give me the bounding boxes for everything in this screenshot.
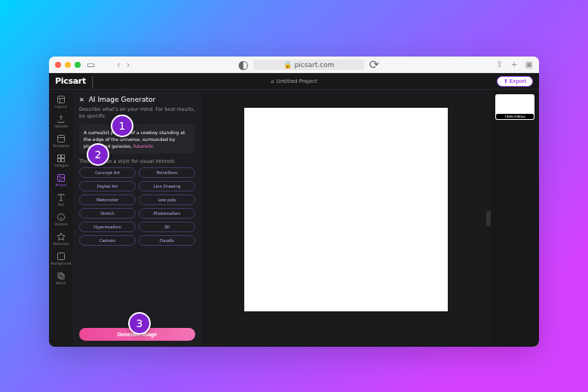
lock-icon: 🔒 <box>283 61 292 69</box>
sidebar-toggle-icon[interactable]: ▭ <box>87 60 95 70</box>
export-button[interactable]: ⬆ Export <box>497 76 533 87</box>
browser-window: ▭ ‹ › ◐ 🔒 picsart.com ⟳ ⇧ + ▣ Picsart | <box>49 57 539 347</box>
svg-rect-5 <box>62 159 65 162</box>
nav-elements[interactable]: Elements <box>51 230 72 248</box>
nav-uploads[interactable]: Uploads <box>51 112 72 130</box>
nav-collages[interactable]: Collages <box>51 152 72 170</box>
nav-batch[interactable]: Batch <box>51 269 72 287</box>
style-doodle[interactable]: Doodle <box>139 235 195 246</box>
annotation-3: 3 <box>128 312 151 335</box>
svg-rect-0 <box>58 96 65 103</box>
annotation-1: 1 <box>111 115 133 137</box>
panel-title: AI Image Generator <box>89 96 155 103</box>
artboard-thumbnail[interactable] <box>495 94 534 120</box>
left-nav-rail: Layout Uploads Templates Collages Photos… <box>49 90 73 347</box>
preview-rail <box>491 90 539 347</box>
canvas[interactable] <box>244 108 448 311</box>
project-title[interactable]: ⌂ Untitled Project <box>271 78 317 84</box>
close-window-button[interactable] <box>55 62 61 68</box>
refresh-icon[interactable]: ⟳ <box>369 60 379 70</box>
style-digital-art[interactable]: Digital Art <box>79 181 136 191</box>
svg-rect-12 <box>60 274 64 279</box>
style-3d[interactable]: 3D <box>139 222 195 232</box>
svg-rect-3 <box>62 155 65 158</box>
home-icon: ⌂ <box>271 78 274 84</box>
style-pointillism[interactable]: Pointillism <box>139 167 195 178</box>
nav-layout[interactable]: Layout <box>51 93 72 111</box>
svg-rect-2 <box>58 155 61 158</box>
nav-forward-icon[interactable]: › <box>127 60 130 70</box>
url-text: picsart.com <box>295 61 335 69</box>
style-photorealism[interactable]: Photorealism <box>139 208 195 219</box>
style-sketch[interactable]: Sketch <box>79 208 136 219</box>
url-bar[interactable]: 🔒 picsart.com <box>253 60 365 70</box>
minimize-window-button[interactable] <box>65 62 71 68</box>
browser-titlebar: ▭ ‹ › ◐ 🔒 picsart.com ⟳ ⇧ + ▣ <box>49 57 539 73</box>
shield-icon[interactable]: ◐ <box>238 60 249 70</box>
nav-templates[interactable]: Templates <box>51 132 72 150</box>
nav-text[interactable]: Text <box>51 191 72 209</box>
panel-subtitle: Describe what's on your mind. For best r… <box>79 106 195 120</box>
tabs-icon[interactable]: ▣ <box>525 60 533 69</box>
svg-point-7 <box>60 176 61 178</box>
styles-grid: Concept Art Pointillism Digital Art Line… <box>79 167 195 246</box>
right-expand-handle[interactable] <box>486 211 491 226</box>
nav-back-icon[interactable]: ‹ <box>117 60 121 70</box>
svg-rect-1 <box>58 136 65 142</box>
svg-rect-4 <box>58 159 61 162</box>
svg-marker-9 <box>57 233 65 240</box>
maximize-window-button[interactable] <box>75 62 81 68</box>
export-icon: ⬆ <box>504 78 508 84</box>
canvas-area <box>201 90 491 347</box>
style-line-drawing[interactable]: Line Drawing <box>139 181 195 191</box>
svg-rect-11 <box>58 273 63 277</box>
svg-rect-10 <box>58 253 65 260</box>
svg-point-8 <box>58 214 65 221</box>
annotation-2: 2 <box>87 143 109 166</box>
logo[interactable]: Picsart <box>55 76 86 86</box>
nav-background[interactable]: Background <box>51 250 72 268</box>
new-tab-icon[interactable]: + <box>510 60 517 69</box>
app-bar: Picsart | ⌂ Untitled Project ⬆ Export <box>49 73 539 90</box>
ai-generator-panel: ✕ AI Image Generator Describe what's on … <box>73 90 201 347</box>
style-hyperrealism[interactable]: Hyperrealism <box>79 222 136 232</box>
style-cartoon[interactable]: Cartoon <box>79 235 136 246</box>
share-icon[interactable]: ⇧ <box>496 60 503 69</box>
style-low-poly[interactable]: Low poly <box>139 194 195 205</box>
nav-stickers[interactable]: Stickers <box>51 210 72 228</box>
style-watercolor[interactable]: Watercolor <box>79 194 136 205</box>
style-concept-art[interactable]: Concept Art <box>79 167 136 178</box>
close-panel-icon[interactable]: ✕ <box>79 96 84 103</box>
nav-photos[interactable]: Photos <box>51 171 72 189</box>
